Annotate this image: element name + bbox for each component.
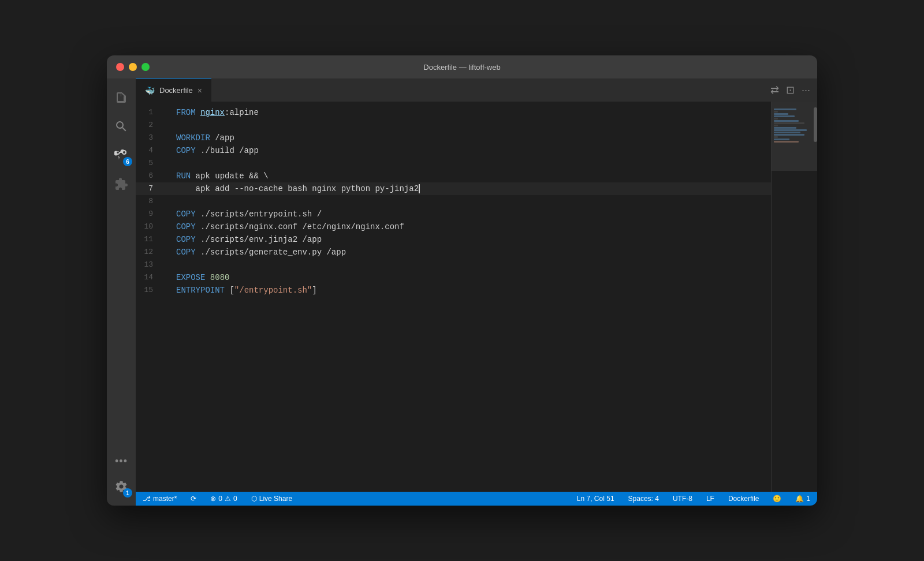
error-count: 0 (218, 495, 222, 503)
search-icon (114, 119, 128, 133)
tab-dockerfile[interactable]: 🐳 Dockerfile × (136, 78, 211, 102)
editor: 1 FROM nginx:alpine 2 3 WORKDIR /a (136, 102, 817, 492)
line-content-9: COPY ./scripts/entrypoint.sh / (167, 208, 771, 220)
tab-toolbar: ⇄ ⊡ ··· (770, 78, 817, 102)
editor-area: 🐳 Dockerfile × ⇄ ⊡ ··· 1 FROM ng (136, 78, 817, 506)
code-line-11: 11 COPY ./scripts/env.jinja2 /app (136, 233, 771, 246)
status-notifications[interactable]: 🔔 1 (793, 492, 813, 506)
code-area[interactable]: 1 FROM nginx:alpine 2 3 WORKDIR /a (136, 102, 771, 492)
code-line-12: 12 COPY ./scripts/generate_env.py /app (136, 246, 771, 259)
line-content-4: COPY ./build /app (167, 144, 771, 157)
sidebar-item-search[interactable] (107, 112, 136, 141)
line-content-7: apk add --no-cache bash nginx python py-… (167, 182, 771, 195)
extensions-disabled-icon (114, 177, 128, 191)
line-number-3: 3 (136, 132, 165, 144)
status-liveshare[interactable]: ⬡ Live Share (249, 492, 295, 506)
status-eol[interactable]: LF (704, 492, 717, 506)
sidebar-item-extensions-disabled[interactable] (107, 170, 136, 199)
status-encoding[interactable]: UTF-8 (670, 492, 695, 506)
line-content-3: WORKDIR /app (167, 132, 771, 144)
line-number-9: 9 (136, 208, 165, 220)
line-number-4: 4 (136, 144, 165, 157)
liveshare-icon: ⬡ (251, 495, 257, 503)
line-number-10: 10 (136, 220, 165, 233)
line-number-14: 14 (136, 271, 165, 284)
line-number-2: 2 (136, 119, 165, 132)
notification-count: 1 (806, 495, 810, 503)
code-line-7: 7 apk add --no-cache bash nginx python p… (136, 182, 771, 195)
source-control-badge: 6 (123, 157, 132, 166)
more-activity-items[interactable]: ••• (115, 455, 128, 468)
compare-icon[interactable]: ⇄ (770, 84, 779, 96)
files-icon (114, 91, 128, 104)
code-line-15: 15 ENTRYPOINT ["/entrypoint.sh"] (136, 284, 771, 297)
sidebar-item-settings[interactable]: 1 (107, 472, 136, 501)
code-line-6: 6 RUN apk update && \ (136, 170, 771, 182)
titlebar: Dockerfile — liftoff-web (107, 55, 817, 78)
code-line-2: 2 (136, 119, 771, 132)
extensions-badge: 1 (123, 488, 132, 498)
code-line-8: 8 (136, 195, 771, 208)
code-line-13: 13 (136, 259, 771, 271)
minimap-viewport (772, 102, 817, 171)
status-language[interactable]: Dockerfile (726, 492, 761, 506)
spaces-label: Spaces: 4 (628, 495, 659, 503)
feedback-icon: 🙂 (773, 495, 781, 503)
tab-label: Dockerfile (159, 86, 193, 95)
tab-bar: 🐳 Dockerfile × ⇄ ⊡ ··· (136, 78, 817, 102)
error-icon: ⊗ (210, 495, 216, 503)
encoding-label: UTF-8 (673, 495, 692, 503)
status-branch-label: master* (153, 495, 177, 503)
line-number-8: 8 (136, 195, 165, 208)
activity-bar: 6 ••• 1 (107, 78, 136, 506)
line-number-5: 5 (136, 157, 165, 170)
close-button[interactable] (116, 63, 124, 71)
warning-icon: ⚠ (225, 495, 231, 503)
line-number-15: 15 (136, 284, 165, 297)
line-content-11: COPY ./scripts/env.jinja2 /app (167, 233, 771, 246)
language-label: Dockerfile (728, 495, 759, 503)
maximize-button[interactable] (141, 63, 150, 71)
line-content-6: RUN apk update && \ (167, 170, 771, 182)
vscode-window: Dockerfile — liftoff-web 6 (107, 55, 817, 506)
main-layout: 6 ••• 1 🐳 Dockerfile (107, 78, 817, 506)
more-actions-icon[interactable]: ··· (802, 84, 810, 96)
line-number-11: 11 (136, 233, 165, 246)
minimap (771, 102, 817, 492)
line-content-14: EXPOSE 8080 (167, 271, 771, 284)
line-number-12: 12 (136, 246, 165, 259)
line-number-13: 13 (136, 259, 165, 271)
status-position[interactable]: Ln 7, Col 51 (575, 492, 617, 506)
code-line-10: 10 COPY ./scripts/nginx.conf /etc/nginx/… (136, 220, 771, 233)
status-spaces[interactable]: Spaces: 4 (626, 492, 661, 506)
code-line-1: 1 FROM nginx:alpine (136, 106, 771, 119)
line-content-15: ENTRYPOINT ["/entrypoint.sh"] (167, 284, 771, 297)
liveshare-label: Live Share (259, 495, 292, 503)
warning-count: 0 (233, 495, 237, 503)
window-title: Dockerfile — liftoff-web (423, 63, 500, 72)
split-editor-icon[interactable]: ⊡ (786, 84, 795, 96)
code-line-5: 5 (136, 157, 771, 170)
line-content-1: FROM nginx:alpine (167, 106, 771, 119)
status-sync[interactable]: ⟳ (188, 492, 199, 506)
code-line-3: 3 WORKDIR /app (136, 132, 771, 144)
code-line-14: 14 EXPOSE 8080 (136, 271, 771, 284)
line-content-12: COPY ./scripts/generate_env.py /app (167, 246, 771, 259)
scrollbar[interactable] (814, 102, 817, 492)
line-number-1: 1 (136, 106, 165, 119)
eol-label: LF (706, 495, 714, 503)
sidebar-item-source-control[interactable]: 6 (107, 141, 136, 170)
sidebar-item-explorer[interactable] (107, 83, 136, 112)
minimize-button[interactable] (129, 63, 137, 71)
position-label: Ln 7, Col 51 (577, 495, 614, 503)
line-number-6: 6 (136, 170, 165, 182)
status-errors[interactable]: ⊗ 0 ⚠ 0 (208, 492, 239, 506)
status-smiley[interactable]: 🙂 (770, 492, 784, 506)
tab-close-button[interactable]: × (198, 86, 202, 95)
bell-icon: 🔔 (795, 495, 804, 503)
status-branch[interactable]: ⎇ master* (140, 492, 179, 506)
status-bar: ⎇ master* ⟳ ⊗ 0 ⚠ 0 ⬡ Live Share (136, 492, 817, 506)
line-number-7: 7 (136, 182, 165, 195)
code-line-4: 4 COPY ./build /app (136, 144, 771, 157)
code-line-9: 9 COPY ./scripts/entrypoint.sh / (136, 208, 771, 220)
